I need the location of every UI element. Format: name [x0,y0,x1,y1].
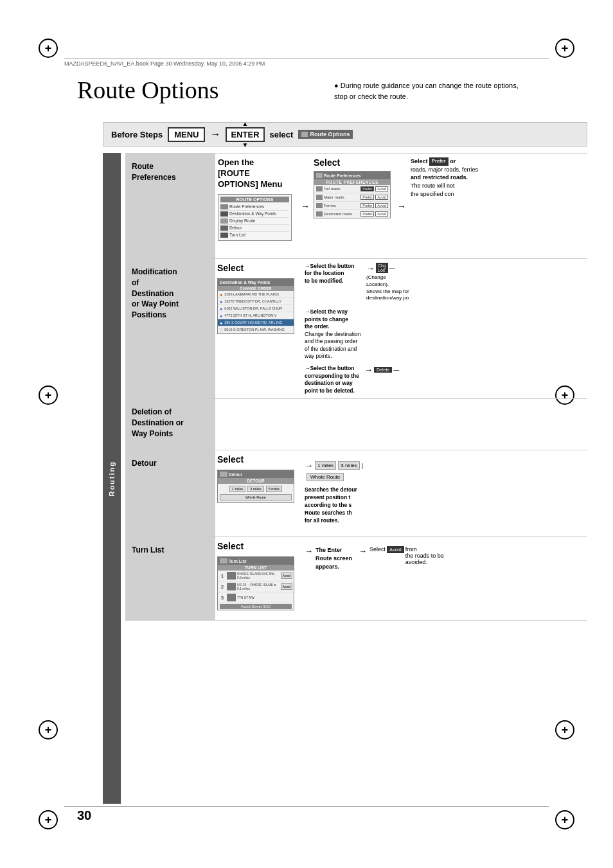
modification-content: Select Destination & Way Points CHANGE O… [215,259,587,398]
pref-btn-avoid-ferries[interactable]: Avoid [375,203,388,208]
route-pref-label: RoutePreferences [132,161,176,183]
reg-mark-tl [39,39,58,58]
turn-row-1: 1 RHODE ISLAND AVE NW0.5 miles Avoid [218,571,294,581]
mod-waypoints-desc: →Select the waypoints to changethe order… [305,308,585,360]
co-row-6: □ 5019 S GRESTON PL NW, WASHING [218,326,294,333]
turn-row-3: 3 7TH ST NW [218,592,294,603]
turn-right-desc: The EnterRoute screenappears. [315,546,352,571]
header-text: MAZDASPEED6_NAVI_EA.book Page 30 Wednesd… [64,60,265,67]
mod-right: →Select the buttonfor the locationto be … [305,263,585,394]
mock-row-1: Route Preferences [220,204,289,211]
detour-right-1mi[interactable]: 1 miles [315,461,336,470]
prefer-badge: Prefer [429,157,449,166]
content-area: RoutePreferences Open the[ROUTEOPTIONS] … [125,153,587,804]
enter-arrow-up: ▲ [242,121,249,127]
mod-chloc-row: → ChgLoc — [366,263,409,273]
route-options-badge: Route Options [298,130,353,139]
mod-select-col: Select Destination & Way Points CHANGE O… [217,263,301,334]
mock-row-4: Detour [220,225,289,232]
turn-avoid-2[interactable]: Avoid [281,583,292,590]
section-detour: Detour Select Detour DETOUR 1 mil [125,450,587,537]
co-row-3: ● 6182 WILLISTON DR, FALLS CHUR [218,305,294,312]
detour-1mi[interactable]: 1 miles [229,486,245,492]
modification-label: ModificationofDestinationor Way PointPos… [132,267,179,321]
reg-mark-ml [39,385,58,405]
pref-btn-avoid-major[interactable]: Avoid [375,195,388,200]
detour-select-col: Select Detour DETOUR 1 miles 3 miles 5 m… [217,454,301,503]
enter-button[interactable]: ENTER [226,127,264,142]
detour-whole-route[interactable]: Whole Route [220,494,292,500]
mod-select-heading: Select [217,263,301,273]
mod-chloc-col: → ChgLoc — (ChangeLocation).Shows the ma… [366,263,409,302]
turn-avoid-right: Select Avoid fromthe roads to beavoided. [369,546,444,565]
co-row-5: ● 285 S COURT HOUSE RD, ARL ING [218,319,294,326]
menu-arrow: → [210,128,220,140]
pref-btn-avoid-restricted[interactable]: Avoid [375,211,388,217]
detour-select-heading: Select [217,454,301,465]
select-col-1: Select Route Preferences ROUTE PREFERENC… [312,154,395,258]
turn-arrow-2 [227,583,236,590]
detour-screen-title: DETOUR [218,478,294,484]
pref-row-restricted: Restricted roads Prefer Avoid [314,210,390,218]
route-pref-screen: Route Preferences ROUTE PREFERENCES Toll… [314,171,391,218]
route-options-screen: ROUTE OPTIONS Route Preferences Destinat… [218,194,292,241]
menu-button[interactable]: MENU [168,127,205,142]
section-route-preferences: RoutePreferences Open the[ROUTEOPTIONS] … [125,153,587,259]
route-pref-desc: Select Prefer or roads, major roads, fer… [411,157,585,198]
label-deletion: Deletion ofDestination orWay Points [125,399,215,450]
mod-delete-desc: →Select the buttoncorresponding to thede… [305,365,359,394]
detour-screen: Detour DETOUR 1 miles 3 miles 5 miles Wh… [217,470,294,503]
pref-btn-prefer-toll[interactable]: Prefer [360,186,374,191]
detour-label: Detour [132,458,157,469]
arrow-1: → [299,154,312,258]
pref-btn-prefer-ferries[interactable]: Prefer [360,203,374,208]
avoid-street: Avoid Street 3/10 [220,604,292,609]
mod-delete-row: →Select the buttoncorresponding to thede… [305,365,585,394]
section-turn-list: Turn List Select Turn List TURN LIST [125,537,587,621]
turn-list-header: Turn List [218,557,294,565]
detour-5mi[interactable]: 5 miles [266,486,282,492]
page-title: Route Options [77,76,219,104]
mock-icon-flag [220,204,228,209]
bottom-line [64,806,549,807]
chloc-dash: — [389,265,395,271]
chloc-desc: (ChangeLocation).Shows the map fordestin… [366,274,409,302]
select-1-heading: Select [314,157,393,168]
pref-icon-major [316,195,323,200]
detour-flow: Select Detour DETOUR 1 miles 3 miles 5 m… [217,454,585,524]
detour-whole-right[interactable]: Whole Route [306,473,344,481]
pref-icon-ferries [316,203,323,208]
before-steps-bar: Before Steps MENU → ▲ ENTER ▼ select Rou… [103,122,587,146]
before-steps-label: Before Steps [111,130,163,139]
turn-select-col: Select Turn List TURN LIST 1 RHODE ISLAN… [217,541,301,610]
turn-avoid-1[interactable]: Avoid [281,572,292,579]
pref-header-icon [316,173,323,178]
pref-icon-restricted [316,211,323,217]
label-detour: Detour [125,450,215,536]
co-row-4: ● 4775 25TH ST N, ARLINGTON V [218,312,294,319]
open-menu-col: Open the[ROUTEOPTIONS] Menu ROUTE OPTION… [215,154,299,258]
turn-flow: Select Turn List TURN LIST 1 RHODE ISLAN… [217,541,585,610]
reg-mark-bl [39,810,58,829]
detour-btns-right: → 1 miles 3 miles | [305,461,585,470]
detour-right: → 1 miles 3 miles | Whole Route Searches… [305,454,585,524]
pref-btn-avoid-toll[interactable]: Avoid [375,186,388,191]
mock-icon-turn [220,233,228,238]
reg-mark-tr [555,39,574,58]
detour-right-3mi[interactable]: 3 miles [338,461,359,470]
detour-3mi[interactable]: 3 miles [247,486,263,492]
turn-arrow-3 [227,594,236,601]
detour-btns-row: 1 miles 3 miles 5 miles [218,484,294,494]
delete-dash: — [393,367,399,373]
label-turn-list: Turn List [125,537,215,620]
route-pref-right-desc: Select Prefer or roads, major roads, fer… [408,154,587,258]
open-menu-title: Open the[ROUTEOPTIONS] Menu [218,157,282,190]
pref-btn-prefer-restricted[interactable]: Prefer [360,211,374,217]
deletion-label: Deletion ofDestination orWay Points [132,407,184,439]
change-order-screen: Destination & Way Points CHANGE ORDER ● … [217,278,294,334]
arrow-2: → [395,154,408,258]
section-deletion: Deletion ofDestination orWay Points [125,399,587,450]
pref-btn-prefer-major[interactable]: Prefer [360,195,374,200]
page-description: During route guidance you can change the… [334,80,527,102]
mock-icon-detour [220,226,228,231]
